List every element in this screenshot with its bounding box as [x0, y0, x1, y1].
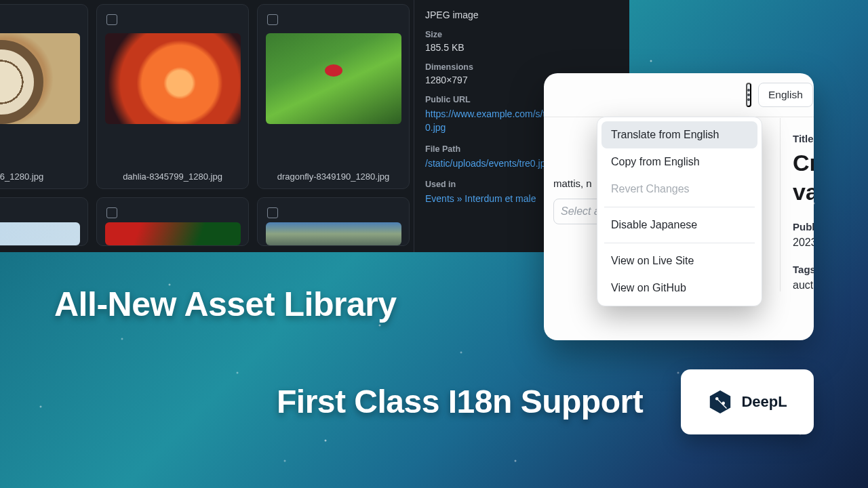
popup-header: English — [544, 83, 814, 117]
menu-divider — [604, 207, 755, 207]
svg-point-0 — [747, 89, 750, 92]
deepl-card: DeepL — [681, 369, 814, 434]
asset-card[interactable]: 24516_1280.jpg — [0, 4, 88, 189]
menu-copy-from-english[interactable]: Copy from English — [601, 148, 757, 176]
tags-field-label: Tags — [793, 264, 814, 275]
asset-thumbnail[interactable] — [105, 33, 241, 124]
asset-thumbnail[interactable] — [266, 222, 401, 245]
asset-thumbnail[interactable] — [0, 33, 80, 124]
publish-field-value: 2023- — [793, 237, 814, 249]
menu-translate-from-english[interactable]: Translate from English — [601, 121, 757, 148]
headline-i18n-support: First Class I18n Support — [277, 383, 643, 420]
context-menu: Translate from English Copy from English… — [597, 117, 762, 306]
menu-divider — [604, 243, 755, 243]
publish-field-label: Publis — [793, 221, 814, 232]
i18n-editor-popup: English mattis, n × Select an option… Ti… — [544, 73, 814, 340]
svg-point-2 — [747, 98, 750, 101]
asset-thumbnail[interactable] — [105, 222, 241, 245]
language-selector-button[interactable]: English — [758, 83, 813, 107]
headline-asset-library: All-New Asset Library — [54, 285, 396, 324]
asset-library-panel: 24516_1280.jpg dahlia-8345799_1280.jpg d… — [0, 0, 629, 252]
menu-view-live-site[interactable]: View on Live Site — [601, 247, 757, 274]
more-options-button[interactable] — [746, 83, 751, 107]
menu-disable-japanese[interactable]: Disable Japanese — [601, 211, 757, 239]
title-field-label: Title — [793, 133, 814, 144]
asset-checkbox[interactable] — [267, 207, 278, 218]
asset-card[interactable]: dragonfly-8349190_1280.jpg — [257, 4, 410, 189]
asset-gallery: 24516_1280.jpg dahlia-8345799_1280.jpg d… — [0, 0, 414, 246]
deepl-label: DeepL — [741, 393, 787, 411]
asset-size-value: 185.5 KB — [425, 42, 617, 53]
asset-checkbox[interactable] — [106, 207, 117, 218]
asset-card[interactable]: dahlia-8345799_1280.jpg — [96, 4, 249, 189]
asset-card[interactable] — [0, 197, 88, 246]
asset-thumbnail[interactable] — [266, 33, 401, 124]
asset-size-label: Size — [425, 30, 617, 39]
asset-type-value: JPEG image — [425, 9, 617, 20]
menu-revert-changes: Revert Changes — [601, 176, 757, 203]
asset-checkbox[interactable] — [267, 14, 278, 25]
menu-view-github[interactable]: View on GitHub — [601, 274, 757, 302]
asset-filename: dahlia-8345799_1280.jpg — [97, 171, 248, 182]
asset-dimensions-label: Dimensions — [425, 62, 617, 72]
asset-card[interactable] — [257, 197, 410, 246]
title-field-value[interactable]: Cra var — [793, 148, 814, 206]
asset-thumbnail[interactable] — [0, 222, 80, 245]
asset-filename: 24516_1280.jpg — [0, 171, 87, 182]
asset-filename: dragonfly-8349190_1280.jpg — [258, 171, 409, 182]
svg-point-1 — [747, 94, 750, 96]
deepl-logo-icon — [707, 389, 733, 415]
kebab-icon — [747, 89, 750, 101]
tags-field-value: auct — [793, 279, 814, 291]
asset-card[interactable] — [96, 197, 249, 246]
asset-checkbox[interactable] — [106, 14, 117, 25]
